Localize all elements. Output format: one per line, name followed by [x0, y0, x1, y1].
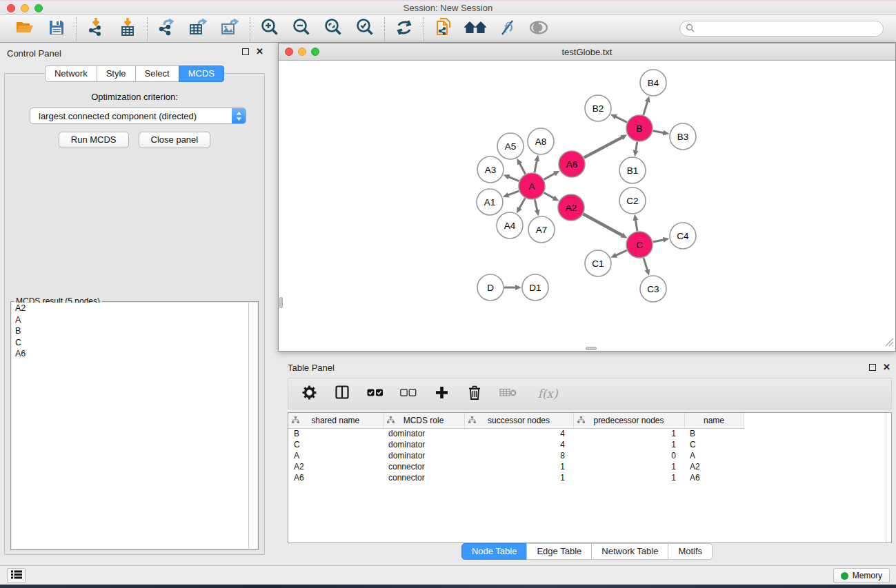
- node-A8[interactable]: A8: [528, 128, 554, 154]
- result-item[interactable]: A6: [12, 348, 257, 360]
- edge-A-A1[interactable]: [508, 191, 519, 195]
- edge-A-A5[interactable]: [519, 163, 525, 174]
- node-A6[interactable]: A6: [559, 151, 585, 177]
- node-B4[interactable]: B4: [640, 70, 666, 96]
- node-A4[interactable]: A4: [497, 212, 523, 239]
- table-row[interactable]: A6connector11A6: [288, 472, 891, 483]
- tab-network-table[interactable]: Network Table: [591, 543, 668, 560]
- table-cell[interactable]: A: [288, 450, 383, 461]
- table-cell[interactable]: A6: [684, 472, 744, 483]
- table-cell[interactable]: 1: [573, 439, 684, 450]
- edge-C-C3[interactable]: [644, 258, 648, 270]
- table-cell[interactable]: 4: [464, 439, 573, 450]
- export-image-button[interactable]: [218, 17, 243, 41]
- node-A7[interactable]: A7: [528, 216, 555, 243]
- node-A5[interactable]: A5: [497, 133, 524, 159]
- table-cell[interactable]: dominator: [383, 428, 464, 439]
- node-D[interactable]: D: [477, 274, 504, 301]
- criterion-dropdown[interactable]: largest connected component (directed): [30, 108, 246, 124]
- node-C2[interactable]: C2: [619, 187, 646, 214]
- table-cell[interactable]: A2: [684, 461, 744, 472]
- table-cell[interactable]: C: [288, 439, 383, 450]
- edge-C-C4[interactable]: [653, 240, 664, 242]
- zoom-fit-button[interactable]: [321, 17, 346, 41]
- node-C3[interactable]: C3: [640, 276, 666, 302]
- edge-B-B2[interactable]: [615, 116, 627, 122]
- run-mcds-button[interactable]: Run MCDS: [59, 132, 129, 148]
- bottom-scroll-nub[interactable]: [586, 347, 597, 350]
- tab-network[interactable]: Network: [45, 65, 97, 82]
- task-history-button[interactable]: [7, 568, 26, 583]
- network-window-titlebar[interactable]: testGlobe.txt: [279, 43, 895, 61]
- column-header-successor-nodes[interactable]: successor nodes: [464, 413, 573, 428]
- edge-A-A7[interactable]: [535, 200, 537, 211]
- table-row[interactable]: A2connector11A2: [288, 461, 891, 472]
- function-builder-button[interactable]: f(x): [532, 385, 563, 402]
- edge-A-A3[interactable]: [508, 176, 519, 181]
- table-cell[interactable]: 1: [464, 472, 573, 483]
- edge-C-C1[interactable]: [616, 250, 627, 255]
- select-all-button[interactable]: [367, 385, 384, 402]
- hide-graphics-details-button[interactable]: f: [495, 17, 519, 41]
- table-row[interactable]: Adominator80A: [288, 450, 891, 461]
- node-B3[interactable]: B3: [670, 123, 696, 150]
- export-network-button[interactable]: [155, 17, 179, 41]
- edge-A-A6[interactable]: [544, 174, 555, 180]
- float-panel-icon[interactable]: [242, 48, 249, 55]
- node-C1[interactable]: C1: [585, 250, 611, 276]
- zoom-selected-button[interactable]: [352, 17, 377, 41]
- search-field[interactable]: [679, 21, 884, 37]
- mcds-result-list[interactable]: A2ABCA6: [12, 303, 257, 549]
- memory-button[interactable]: Memory: [833, 568, 890, 583]
- table-cell[interactable]: A6: [288, 472, 383, 483]
- table-cell[interactable]: dominator: [383, 439, 464, 450]
- export-table-button[interactable]: [186, 17, 211, 41]
- import-network-button[interactable]: [83, 17, 108, 41]
- table-cell[interactable]: B: [684, 428, 744, 439]
- node-C4[interactable]: C4: [670, 223, 696, 249]
- close-panel-button[interactable]: Close panel: [139, 132, 211, 148]
- table-cell[interactable]: 8: [464, 450, 573, 461]
- table-cell[interactable]: 1: [573, 461, 684, 472]
- table-row[interactable]: Cdominator41C: [288, 439, 891, 450]
- refresh-button[interactable]: [392, 17, 417, 41]
- delete-table-button[interactable]: [499, 385, 516, 402]
- edge-A2-C[interactable]: [584, 214, 623, 236]
- tab-node-table[interactable]: Node Table: [461, 543, 528, 560]
- table-cell[interactable]: 0: [573, 450, 684, 461]
- table-cell[interactable]: connector: [383, 472, 464, 483]
- node-A1[interactable]: A1: [477, 189, 503, 215]
- zoom-in-button[interactable]: [257, 17, 282, 41]
- table-cell[interactable]: A2: [288, 461, 383, 472]
- network-file-button[interactable]: [431, 17, 456, 41]
- close-panel-icon[interactable]: ✕: [256, 48, 263, 55]
- show-hide-eye-button[interactable]: [526, 17, 551, 41]
- node-A[interactable]: A: [519, 173, 545, 199]
- edge-A-A4[interactable]: [519, 198, 526, 208]
- show-columns-button[interactable]: [334, 385, 350, 402]
- tab-style[interactable]: Style: [97, 65, 136, 82]
- table-cell[interactable]: 1: [464, 461, 573, 472]
- table-cell[interactable]: dominator: [383, 450, 464, 461]
- table-cell[interactable]: connector: [383, 461, 464, 472]
- home-button[interactable]: [463, 17, 488, 41]
- table-cell[interactable]: 1: [573, 472, 684, 483]
- edge-B-B1[interactable]: [636, 142, 637, 152]
- table-settings-button[interactable]: [301, 385, 317, 402]
- edge-B-B3[interactable]: [653, 131, 664, 133]
- table-cell[interactable]: B: [288, 428, 383, 439]
- edge-A-A8[interactable]: [535, 160, 537, 172]
- close-table-panel-icon[interactable]: ✕: [883, 364, 890, 371]
- node-B[interactable]: B: [626, 115, 653, 141]
- zoom-out-button[interactable]: [289, 17, 314, 41]
- node-A2[interactable]: A2: [558, 194, 584, 221]
- resize-grip[interactable]: [885, 337, 894, 349]
- table-cell[interactable]: A: [684, 450, 744, 461]
- column-header-predecessor-nodes[interactable]: predecessor nodes: [573, 413, 684, 428]
- save-session-button[interactable]: [44, 17, 69, 41]
- import-table-button[interactable]: [115, 17, 140, 41]
- edge-B-B4[interactable]: [644, 101, 648, 115]
- node-table[interactable]: shared nameMCDS rolesuccessor nodesprede…: [288, 412, 892, 543]
- table-cell[interactable]: 4: [464, 428, 573, 439]
- table-cell[interactable]: 1: [573, 428, 684, 439]
